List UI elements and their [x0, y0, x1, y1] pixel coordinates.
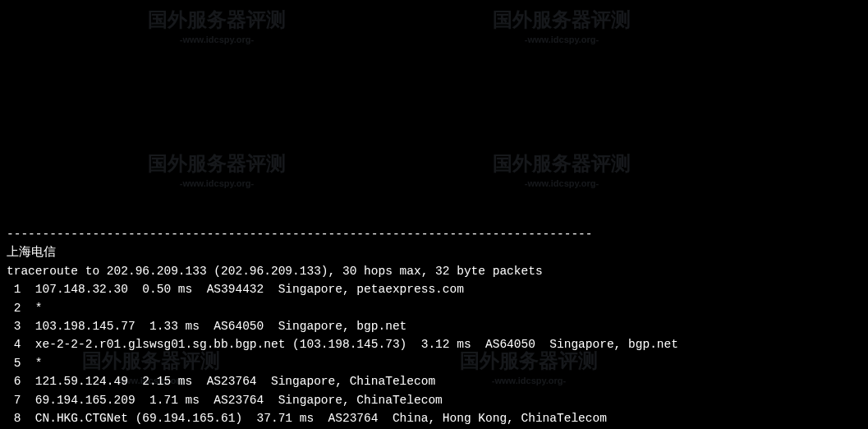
terminal-output: ----------------------------------------… — [7, 206, 861, 429]
traceroute-header: traceroute to 202.96.209.133 (202.96.209… — [7, 265, 543, 278]
hop-line: 4 xe-2-2-2.r01.glswsg01.sg.bb.bgp.net (1… — [7, 338, 678, 351]
hop-line: 6 121.59.124.49 2.15 ms AS23764 Singapor… — [7, 375, 435, 388]
hop-line: 1 107.148.32.30 0.50 ms AS394432 Singapo… — [7, 283, 464, 296]
hop-line: 3 103.198.145.77 1.33 ms AS64050 Singapo… — [7, 320, 406, 333]
hop-line: 8 CN.HKG.CTGNet (69.194.165.61) 37.71 ms… — [7, 412, 607, 425]
separator-line: ----------------------------------------… — [7, 228, 593, 241]
hop-line: 7 69.194.165.209 1.71 ms AS23764 Singapo… — [7, 394, 443, 407]
watermark: 国外服务器评测-www.idcspy.org- — [148, 4, 286, 47]
hop-line: 5 * — [7, 357, 43, 370]
watermark: 国外服务器评测-www.idcspy.org- — [148, 148, 286, 191]
header-label: 上海电信 — [7, 246, 56, 259]
watermark: 国外服务器评测-www.idcspy.org- — [493, 148, 631, 191]
hop-line: 2 * — [7, 302, 43, 315]
watermark: 国外服务器评测-www.idcspy.org- — [493, 4, 631, 47]
